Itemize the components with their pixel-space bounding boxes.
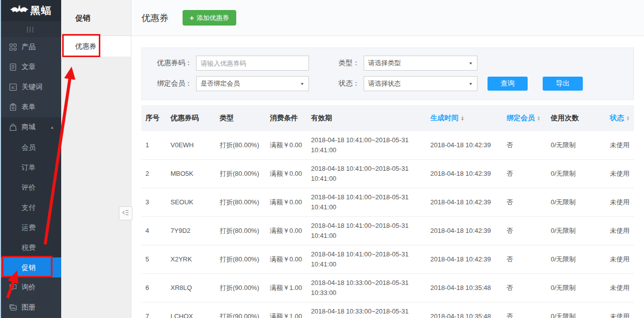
cell-validity: 2018-04-18 10:33:00~2018-05-31 10:33:00	[307, 306, 426, 318]
sidebar-item-albums[interactable]: 图册	[0, 297, 61, 317]
query-button[interactable]: 查询	[488, 77, 528, 91]
panel-item-coupon[interactable]: 优惠券	[61, 36, 131, 57]
cell-status: 未使用	[606, 254, 634, 264]
member-label: 绑定会员：	[150, 79, 192, 88]
cell-status: 未使用	[606, 283, 634, 293]
sidebar-item-keywords[interactable]: K关键词	[0, 77, 61, 97]
sidebar-nav: 产品文章K关键词表单商城▲会员订单评价支付运费税费促销询价图册	[0, 37, 61, 317]
plus-icon: +	[190, 14, 194, 22]
type-select[interactable]: 请选择类型 ▼	[364, 56, 477, 71]
cell-no: 1	[141, 140, 167, 150]
article-icon	[9, 63, 17, 71]
sidebar-item-forms[interactable]: 表单	[0, 97, 61, 117]
status-select[interactable]: 请选择状态 ▼	[364, 76, 477, 91]
chevron-down-icon: ▼	[468, 61, 473, 66]
sidebar-subitem[interactable]: 订单	[0, 157, 61, 177]
cell-validity: 2018-04-18 10:41:00~2018-05-31 10:41:00	[307, 135, 426, 155]
cell-created: 2018-04-18 10:35:48	[426, 283, 503, 293]
cell-created: 2018-04-18 10:42:39	[426, 254, 503, 264]
column-header-no: 序号	[141, 114, 167, 123]
coupon-code-label: 优惠券码：	[150, 59, 192, 68]
cell-code: SEOUK	[167, 197, 216, 207]
column-header-usage: 使用次数	[547, 114, 606, 123]
column-header-code: 优惠券码	[167, 114, 216, 123]
sidebar-item-mall[interactable]: 商城▲	[0, 117, 61, 137]
sidebar-item-inquiry[interactable]: 询价	[0, 277, 61, 297]
logo-text: 黑蝠	[31, 4, 52, 18]
chevron-up-icon: ▲	[50, 125, 54, 130]
sidebar-subitem[interactable]: 税费	[0, 237, 61, 257]
page-title: 优惠券	[141, 12, 169, 24]
sidebar-item-label: 产品	[22, 43, 36, 52]
cell-no: 3	[141, 197, 167, 207]
cell-type: 打折(80.00%)	[216, 197, 266, 207]
sidebar-collapse-toggle[interactable]: |||	[0, 21, 61, 37]
inquiry-icon	[9, 283, 17, 291]
coupon-code-input[interactable]	[196, 56, 309, 71]
sort-icon: ▲▼	[626, 116, 630, 121]
sidebar-subitem[interactable]: 运费	[0, 217, 61, 237]
main-header: 优惠券 + 添加优惠券	[131, 0, 644, 36]
cell-no: 4	[141, 226, 167, 236]
cell-code: V0EWH	[167, 140, 216, 150]
form-icon	[9, 103, 17, 111]
cell-code: MBO5K	[167, 169, 216, 179]
table-row: 3SEOUK打折(80.00%)满额￥0.002018-04-18 10:41:…	[141, 188, 634, 217]
cell-type: 打折(90.00%)	[216, 311, 266, 318]
cell-usage: 0/无限制	[547, 254, 606, 264]
filter-row-1: 优惠券码： 类型： 请选择类型 ▼	[150, 56, 633, 71]
cell-condition: 满额￥0.00	[266, 140, 307, 150]
member-select-value: 是否绑定会员	[201, 79, 240, 88]
grid-icon	[9, 43, 17, 51]
sidebar-item-products[interactable]: 产品	[0, 37, 61, 57]
mall-icon	[9, 123, 17, 131]
member-select[interactable]: 是否绑定会员 ▼	[196, 76, 309, 91]
sidebar-subitem[interactable]: 支付	[0, 197, 61, 217]
cell-bound: 否	[503, 169, 547, 179]
cell-code: LCHOX	[167, 311, 216, 318]
panel-collapse-button[interactable]	[119, 206, 132, 220]
cell-code: X2YRK	[167, 254, 216, 264]
cell-type: 打折(80.00%)	[216, 169, 266, 179]
cell-condition: 满额￥0.00	[266, 226, 307, 236]
svg-text:K: K	[12, 85, 15, 90]
cell-condition: 满额￥1.00	[266, 283, 307, 293]
sidebar: 黑蝠 ||| 产品文章K关键词表单商城▲会员订单评价支付运费税费促销询价图册	[0, 0, 61, 318]
coupon-table: 序号优惠券码类型消费条件有效期生成时间▲▼绑定会员▲▼使用次数状态▲▼ 1V0E…	[141, 105, 634, 318]
sidebar-subitem[interactable]: 评价	[0, 177, 61, 197]
export-button[interactable]: 导出	[543, 77, 583, 91]
sidebar-item-label: 图册	[22, 303, 36, 312]
column-header-created[interactable]: 生成时间▲▼	[426, 114, 503, 123]
table-body: 1V0EWH打折(80.00%)满额￥0.002018-04-18 10:41:…	[141, 131, 634, 318]
cell-condition: 满额￥0.00	[266, 197, 307, 207]
cell-validity: 2018-04-18 10:41:00~2018-05-31 10:41:00	[307, 221, 426, 241]
cell-no: 6	[141, 283, 167, 293]
filter-panel: 优惠券码： 类型： 请选择类型 ▼ 绑定会员： 是否绑定会员 ▼ 状态： 请选择…	[141, 48, 634, 100]
table-row: 6XR8LQ打折(90.00%)满额￥1.002018-04-18 10:33:…	[141, 274, 634, 302]
submenu-panel: 促销 优惠券	[61, 0, 131, 318]
sidebar-item-label: 商城	[22, 123, 36, 132]
cell-status: 未使用	[606, 169, 634, 179]
add-coupon-button[interactable]: + 添加优惠券	[183, 10, 236, 26]
cell-no: 2	[141, 169, 167, 179]
cell-validity: 2018-04-18 10:41:00~2018-05-31 10:41:00	[307, 164, 426, 184]
cell-created: 2018-04-18 10:42:39	[426, 169, 503, 179]
column-header-status[interactable]: 状态▲▼	[606, 114, 634, 123]
sort-icon: ▲▼	[537, 116, 541, 121]
cell-validity: 2018-04-18 10:41:00~2018-05-31 10:41:00	[307, 192, 426, 212]
sidebar-subitem[interactable]: 促销	[0, 257, 61, 277]
cell-usage: 0/无限制	[547, 169, 606, 179]
column-header-label: 序号	[145, 114, 159, 123]
sidebar-item-articles[interactable]: 文章	[0, 57, 61, 77]
sidebar-item-label: 询价	[22, 283, 36, 292]
type-label: 类型：	[313, 59, 360, 68]
cell-usage: 0/无限制	[547, 226, 606, 236]
panel-header: 促销	[61, 0, 131, 36]
cell-bound: 否	[503, 140, 547, 150]
column-header-label: 有效期	[311, 114, 332, 123]
collapse-bars-icon: |||	[27, 25, 35, 33]
logo: 黑蝠	[0, 0, 61, 21]
column-header-bound[interactable]: 绑定会员▲▼	[503, 114, 547, 123]
column-header-label: 优惠券码	[171, 114, 199, 123]
sidebar-subitem[interactable]: 会员	[0, 137, 61, 157]
